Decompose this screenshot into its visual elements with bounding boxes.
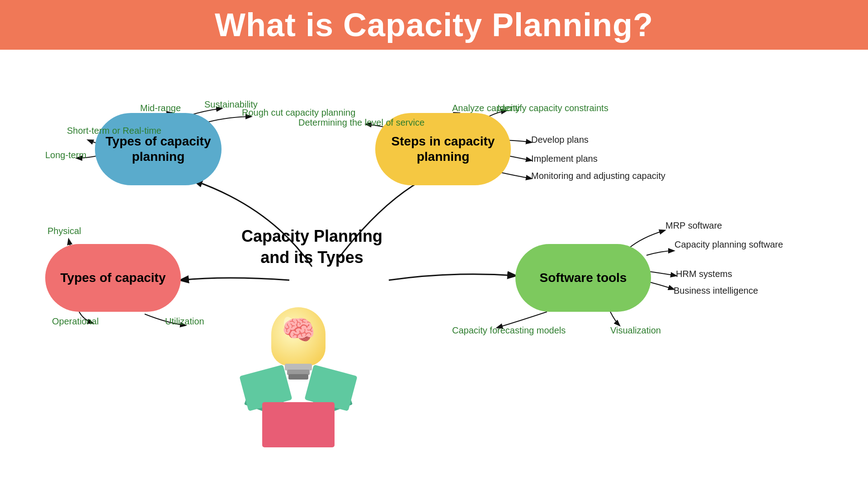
label-develop-plans: Develop plans <box>531 135 589 145</box>
label-short-term: Short-term or Real-time <box>67 126 161 136</box>
blob-steps-label: Steps in capacity planning <box>375 134 511 164</box>
label-monitoring: Monitoring and adjusting capacity <box>531 171 665 181</box>
label-determining: Determining the level of service <box>298 117 425 128</box>
blob-software-label: Software tools <box>540 270 627 286</box>
label-utilization: Utilization <box>165 316 204 327</box>
label-rough-cut: Rough cut capacity planning <box>242 108 355 118</box>
label-mid-range: Mid-range <box>140 103 181 113</box>
label-capacity-planning-software: Capacity planning software <box>675 239 783 250</box>
label-mrp-software: MRP software <box>665 221 722 231</box>
main-content: Types of capacity planning Steps in capa… <box>0 50 868 488</box>
header: What is Capacity Planning? <box>0 0 868 50</box>
bulb-brain: 🧠 <box>280 314 316 346</box>
page-title: What is Capacity Planning? <box>215 6 653 43</box>
blob-types-of-capacity: Types of capacity <box>45 244 181 312</box>
label-long-term: Long-term <box>45 150 86 160</box>
blob-types-capacity-planning: Types of capacity planning <box>95 113 222 185</box>
label-operational: Operational <box>52 316 99 327</box>
label-hrm-systems: HRM systems <box>676 269 732 279</box>
lightbulb-illustration: 🧠 <box>249 303 348 447</box>
label-identify-constraints: Identify capacity constraints <box>497 103 609 113</box>
label-physical: Physical <box>47 226 81 236</box>
label-capacity-forecasting: Capacity forecasting models <box>452 325 566 336</box>
label-business-intelligence: Business intelligence <box>674 286 758 296</box>
center-label: Capacity Planning and its Types <box>240 226 384 268</box>
box-body <box>262 402 335 447</box>
label-visualization: Visualization <box>610 325 661 336</box>
bulb-glass: 🧠 <box>271 307 326 366</box>
bulb-base-3 <box>288 374 308 380</box>
label-implement-plans: Implement plans <box>531 154 598 164</box>
center-label-text: Capacity Planning and its Types <box>241 227 382 267</box>
blob-types-capacity-planning-label: Types of capacity planning <box>95 134 222 164</box>
blob-software-tools: Software tools <box>515 244 651 312</box>
blob-types-capacity-label: Types of capacity <box>61 270 166 286</box>
